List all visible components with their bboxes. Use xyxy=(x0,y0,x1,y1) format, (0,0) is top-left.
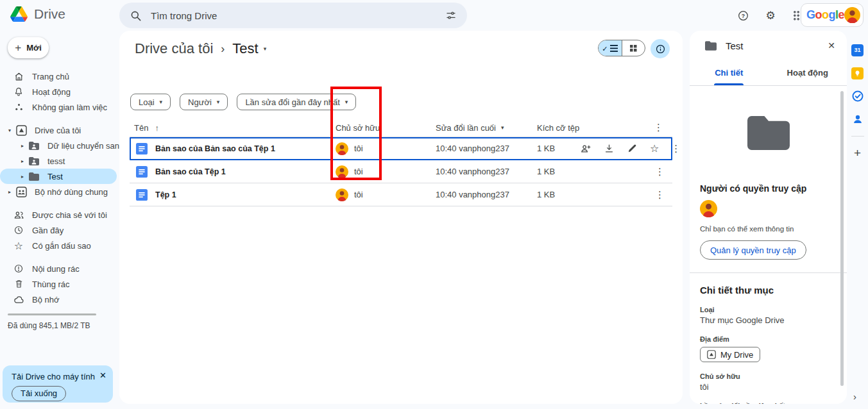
sidebar-item-recent[interactable]: Gần đây xyxy=(0,222,117,238)
tab-activity[interactable]: Hoạt động xyxy=(769,60,847,85)
sidebar-item-my-drive[interactable]: Drive của tôi xyxy=(0,122,117,138)
modified-value: 10:40 vanphong237 xyxy=(436,144,537,153)
close-icon[interactable] xyxy=(828,40,835,51)
expand-arrow-icon[interactable] xyxy=(17,174,28,179)
new-button[interactable]: + Mới xyxy=(8,37,49,58)
sidebar-item-tesst[interactable]: tesst xyxy=(0,153,117,169)
owner-avatar xyxy=(336,188,348,201)
list-view-button[interactable] xyxy=(599,40,622,56)
download-button[interactable]: Tải xuống xyxy=(12,386,66,401)
expand-arrow-icon[interactable] xyxy=(17,158,28,164)
scrollbar[interactable] xyxy=(840,91,844,386)
more-options-icon[interactable] xyxy=(654,122,672,133)
breadcrumb: Drive của tôi Test xyxy=(135,38,266,59)
docs-file-icon xyxy=(130,166,155,178)
sidebar-item-shared-drives[interactable]: Bộ nhớ dùng chung xyxy=(0,184,117,199)
sidebar-item-label: Được chia sẻ với tôi xyxy=(32,210,107,220)
settings-button[interactable] xyxy=(761,6,780,25)
divider xyxy=(851,136,864,137)
search-input[interactable] xyxy=(151,10,436,21)
sidebar-item-transferred-data[interactable]: Dữ liệu chuyển sang xyxy=(0,138,117,153)
search-bar[interactable] xyxy=(119,3,467,28)
workspaces-icon xyxy=(13,103,24,112)
sidebar-item-label: Trang chủ xyxy=(32,72,69,81)
grid-icon xyxy=(630,45,637,52)
size-value: 1 KB xyxy=(537,144,580,153)
get-addons-button[interactable] xyxy=(847,142,868,165)
chevron-down-icon[interactable] xyxy=(264,46,267,52)
header-modified[interactable]: Sửa đổi lần cuối xyxy=(436,123,496,133)
avatar[interactable] xyxy=(844,6,860,24)
calendar-app-button[interactable]: 31 xyxy=(847,38,868,62)
search-filters-icon[interactable] xyxy=(445,10,457,21)
bell-icon xyxy=(13,87,24,97)
chip-label: Lần sửa đổi gần đây nhất xyxy=(245,97,339,107)
field-value-type: Thư mục Google Drive xyxy=(700,315,837,325)
sort-ascending-icon[interactable] xyxy=(155,123,159,133)
breadcrumb-root[interactable]: Drive của tôi xyxy=(135,40,213,57)
sidebar-item-storage[interactable]: Bộ nhớ xyxy=(0,292,117,307)
table-row[interactable]: Tệp 1 tôi 10:40 vanphong237 1 KB xyxy=(130,183,672,206)
filter-modified-chip[interactable]: Lần sửa đổi gần đây nhất xyxy=(237,94,356,110)
google-account-chip[interactable]: Google xyxy=(801,3,864,27)
close-icon[interactable] xyxy=(99,371,106,380)
header-size[interactable]: Kích cỡ tệp xyxy=(537,123,580,133)
sidebar-item-test[interactable]: Test xyxy=(0,169,117,184)
header-owner[interactable]: Chủ sở hữu xyxy=(336,123,436,133)
search-icon xyxy=(130,10,142,22)
star-icon[interactable] xyxy=(650,142,659,154)
expand-arrow-icon[interactable] xyxy=(4,189,15,195)
share-icon[interactable] xyxy=(580,143,591,154)
sidebar-item-starred[interactable]: Có gắn dấu sao xyxy=(0,238,117,253)
help-button[interactable]: ? xyxy=(733,6,753,25)
view-toggle xyxy=(598,40,645,56)
more-options-icon[interactable] xyxy=(655,166,665,178)
tab-details[interactable]: Chi tiết xyxy=(690,60,769,85)
sidebar-item-trash[interactable]: Thùng rác xyxy=(0,276,117,292)
expand-arrow-icon[interactable] xyxy=(17,143,28,149)
table-row[interactable]: Bản sao của Bản sao của Tệp 1 tôi 10:40 … xyxy=(130,137,672,160)
contacts-app-button[interactable] xyxy=(847,108,868,131)
owner-name: tôi xyxy=(354,167,363,176)
header-name[interactable]: Tên xyxy=(134,123,148,133)
avatar[interactable] xyxy=(700,200,717,217)
sidebar-item-label: Gần đây xyxy=(32,226,64,235)
sidebar-item-home[interactable]: Trang chủ xyxy=(0,69,117,84)
side-app-strip: 31 xyxy=(847,31,868,409)
details-toggle-button[interactable] xyxy=(651,39,670,58)
modified-value: 10:40 vanphong237 xyxy=(436,190,537,199)
manage-access-button[interactable]: Quản lý quyền truy cập xyxy=(700,240,806,260)
more-options-icon[interactable] xyxy=(655,189,665,201)
docs-file-icon xyxy=(130,143,155,154)
grid-view-button[interactable] xyxy=(622,40,645,56)
sidebar-item-label: Thùng rác xyxy=(32,280,70,289)
filter-type-chip[interactable]: Loại xyxy=(130,94,171,110)
breadcrumb-current[interactable]: Test xyxy=(232,40,258,57)
file-name: Bản sao của Tệp 1 xyxy=(155,167,336,176)
more-options-icon[interactable] xyxy=(671,143,681,154)
table-row[interactable]: Bản sao của Tệp 1 tôi 10:40 vanphong237 … xyxy=(130,160,672,183)
hide-side-panel-button[interactable] xyxy=(853,391,856,402)
filter-people-chip[interactable]: Người xyxy=(180,94,228,110)
docs-file-icon xyxy=(130,189,155,201)
location-chip[interactable]: My Drive xyxy=(700,347,760,362)
tasks-icon xyxy=(851,90,864,103)
expand-arrow-icon[interactable] xyxy=(4,128,15,133)
clock-icon xyxy=(13,225,24,235)
sidebar-item-label: Có gắn dấu sao xyxy=(32,241,91,251)
rename-icon[interactable] xyxy=(627,143,638,154)
tasks-app-button[interactable] xyxy=(847,85,868,108)
keep-app-button[interactable] xyxy=(847,62,868,85)
sidebar-item-activity[interactable]: Hoạt động xyxy=(0,84,117,99)
download-icon[interactable] xyxy=(604,143,615,154)
storage-usage-text: Đã dùng 845,1 MB/2 TB xyxy=(8,321,119,330)
drive-logo-icon xyxy=(10,6,28,22)
field-value-owner: tôi xyxy=(700,382,837,392)
sidebar-item-spam[interactable]: Nội dung rác xyxy=(0,261,117,276)
sidebar-item-label: Drive của tôi xyxy=(35,126,81,135)
sidebar-item-shared-with-me[interactable]: Được chia sẻ với tôi xyxy=(0,207,117,222)
access-heading: Người có quyền truy cập xyxy=(700,183,837,194)
chevron-down-icon xyxy=(217,99,220,105)
sidebar-item-workspaces[interactable]: Không gian làm việc xyxy=(0,99,117,115)
details-panel: Test Chi tiết Hoạt động Người có quyền t… xyxy=(690,31,847,404)
